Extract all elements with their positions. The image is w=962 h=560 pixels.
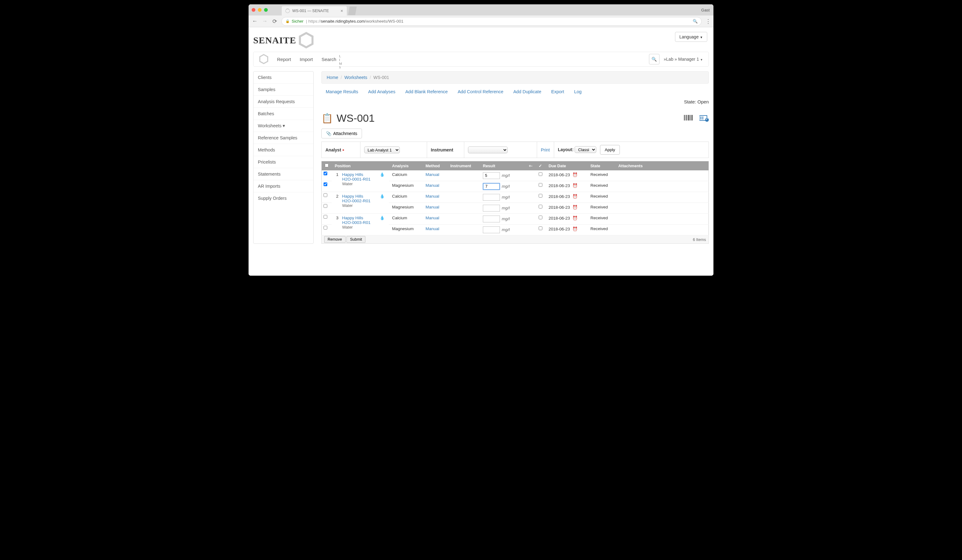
submit-button[interactable]: Submit (347, 236, 365, 243)
minimize-window-button[interactable] (258, 8, 261, 12)
sidebar-item-analysis-requests[interactable]: Analysis Requests (253, 96, 313, 108)
verified-checkbox[interactable] (539, 194, 542, 198)
instrument-cell (447, 214, 480, 225)
due-date: 2018-06-23 (549, 183, 570, 188)
nav-search[interactable]: Search (322, 57, 337, 62)
method-link[interactable]: Manual (426, 205, 439, 209)
result-input[interactable] (483, 216, 500, 222)
method-link[interactable]: Manual (426, 194, 439, 198)
close-tab-icon[interactable]: × (341, 8, 343, 13)
tab-add-blank-reference[interactable]: Add Blank Reference (405, 89, 448, 94)
method-link[interactable]: Manual (426, 227, 439, 231)
row-checkbox[interactable] (324, 226, 327, 230)
sidebar-item-batches[interactable]: Batches (253, 108, 313, 120)
select-all-checkbox[interactable] (325, 164, 329, 167)
barcode-icon[interactable] (684, 115, 693, 122)
water-drop-icon: 💧 (380, 216, 385, 220)
browser-tab[interactable]: WS-001 — SENAITE × (282, 6, 347, 16)
svg-rect-12 (702, 116, 702, 119)
row-checkbox[interactable] (324, 204, 327, 208)
site-logo[interactable]: SENAITE L I M S (253, 32, 314, 48)
method-link[interactable]: Manual (426, 183, 439, 188)
nav-report[interactable]: Report (277, 57, 291, 62)
apply-button[interactable]: Apply (600, 145, 620, 154)
sample-link[interactable]: H2O-0001-R01 (342, 177, 371, 182)
state-cell: Received (587, 192, 615, 203)
verified-checkbox[interactable] (539, 172, 542, 176)
verified-checkbox[interactable] (539, 227, 542, 230)
breadcrumb-worksheets[interactable]: Worksheets (344, 75, 367, 80)
analysis-cell: Magnesium (389, 225, 423, 235)
method-link[interactable]: Manual (426, 172, 439, 177)
remove-button[interactable]: Remove (324, 236, 345, 243)
result-input[interactable] (483, 172, 500, 179)
instrument-label: Instrument (431, 147, 453, 152)
svg-point-14 (705, 118, 709, 122)
config-row: Analyst• Lab Analyst 1 Instrument Print … (321, 142, 709, 158)
instrument-select[interactable] (468, 146, 508, 153)
sidebar-item-worksheets[interactable]: Worksheets ▾ (253, 120, 313, 132)
paperclip-icon: 📎 (326, 131, 331, 136)
tab-manage-results[interactable]: Manage Results (326, 89, 358, 94)
verified-checkbox[interactable] (539, 183, 542, 187)
close-window-button[interactable] (252, 8, 255, 12)
window-controls (252, 8, 268, 12)
row-checkbox[interactable] (324, 172, 327, 175)
sidebar-item-supply-orders[interactable]: Supply Orders (253, 192, 313, 204)
analyst-select[interactable]: Lab Analyst 1 (364, 146, 400, 153)
result-input[interactable] (483, 194, 500, 201)
loading-spinner-icon (286, 9, 290, 13)
attachments-button[interactable]: 📎Attachments (321, 129, 362, 138)
user-profile-label[interactable]: Gast (701, 8, 710, 12)
row-checkbox[interactable] (324, 182, 327, 186)
sidebar-item-samples[interactable]: Samples (253, 84, 313, 96)
col-method: Method (423, 161, 447, 171)
sample-link[interactable]: H2O-0002-R01 (342, 198, 371, 203)
print-link[interactable]: Print (541, 147, 550, 152)
sidebar-item-clients[interactable]: Clients (253, 72, 313, 84)
user-path[interactable]: »Lab » Manager 1 ▼ (664, 57, 703, 62)
sticker-icon[interactable] (699, 115, 709, 122)
row-checkbox[interactable] (324, 215, 327, 219)
method-link[interactable]: Manual (426, 216, 439, 220)
result-input[interactable] (483, 183, 500, 190)
sidebar-item-pricelists[interactable]: Pricelists (253, 156, 313, 168)
breadcrumb-home[interactable]: Home (327, 75, 338, 80)
client-link[interactable]: Happy Hills (342, 172, 363, 177)
sidebar-item-reference-samples[interactable]: Reference Samples (253, 132, 313, 144)
new-tab-button[interactable] (348, 6, 357, 15)
sidebar-item-methods[interactable]: Methods (253, 144, 313, 156)
verified-checkbox[interactable] (539, 205, 542, 208)
verified-checkbox[interactable] (539, 216, 542, 219)
result-input[interactable] (483, 227, 500, 233)
sidebar-item-statements[interactable]: Statements (253, 168, 313, 180)
tab-add-duplicate[interactable]: Add Duplicate (513, 89, 541, 94)
back-button[interactable]: ← (252, 18, 258, 24)
tab-add-control-reference[interactable]: Add Control Reference (458, 89, 504, 94)
state-cell: Received (587, 225, 615, 235)
client-link[interactable]: Happy Hills (342, 216, 363, 220)
table-footer: Remove Submit 6 Items (321, 235, 709, 244)
tab-add-analyses[interactable]: Add Analyses (368, 89, 395, 94)
content-tabs: Manage Results Add Analyses Add Blank Re… (321, 89, 709, 94)
search-button[interactable]: 🔍 (649, 54, 660, 64)
nav-hexagon-icon[interactable] (259, 54, 268, 64)
layout-select[interactable]: Classic (575, 146, 596, 153)
client-link[interactable]: Happy Hills (342, 194, 363, 198)
instrument-cell (447, 181, 480, 192)
tab-export[interactable]: Export (551, 89, 564, 94)
tab-log[interactable]: Log (574, 89, 581, 94)
result-input[interactable] (483, 205, 500, 212)
sample-link[interactable]: H2O-0003-R01 (342, 220, 371, 225)
maximize-window-button[interactable] (264, 8, 268, 12)
browser-menu-icon[interactable]: ⋮ (705, 18, 710, 25)
nav-import[interactable]: Import (300, 57, 313, 62)
reload-button[interactable]: ⟳ (271, 18, 278, 25)
address-bar[interactable]: 🔒 Sicher | https://senaite.ridingbytes.c… (281, 17, 702, 26)
language-button[interactable]: Language ▼ (675, 32, 707, 42)
state-cell: Received (587, 181, 615, 192)
state-cell: Received (587, 171, 615, 181)
sidebar-item-ar-imports[interactable]: AR Imports (253, 180, 313, 192)
row-checkbox[interactable] (324, 193, 327, 197)
search-in-page-icon[interactable]: 🔍 (692, 19, 697, 24)
